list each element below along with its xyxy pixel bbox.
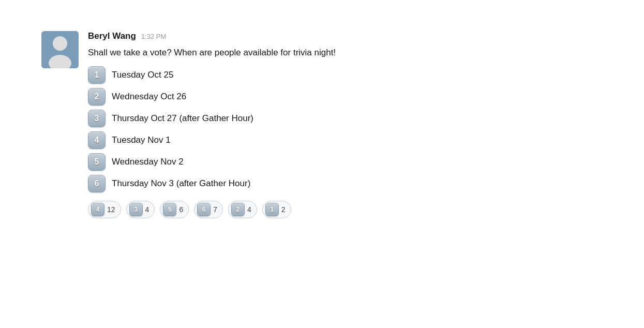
- vote-badge[interactable]: 12: [262, 201, 291, 218]
- poll-option-label: Wednesday Nov 2: [112, 157, 184, 167]
- poll-option[interactable]: 5Wednesday Nov 2: [88, 153, 603, 171]
- vote-count: 2: [281, 205, 286, 214]
- number-emoji-4: 4: [88, 131, 106, 149]
- poll-option-label: Thursday Nov 3 (after Gather Hour): [112, 178, 250, 189]
- vote-count: 4: [247, 205, 251, 214]
- vote-badge-number: 3: [129, 203, 143, 216]
- vote-badge[interactable]: 412: [88, 201, 121, 218]
- poll-option-label: Tuesday Nov 1: [112, 135, 171, 145]
- vote-badge[interactable]: 56: [160, 201, 189, 218]
- poll-option-label: Wednesday Oct 26: [112, 92, 186, 102]
- poll-option[interactable]: 3Thursday Oct 27 (after Gather Hour): [88, 110, 603, 127]
- poll-option[interactable]: 2Wednesday Oct 26: [88, 88, 603, 106]
- vote-count: 6: [179, 205, 183, 214]
- vote-count: 7: [213, 205, 217, 214]
- poll-option[interactable]: 4Tuesday Nov 1: [88, 131, 603, 149]
- timestamp: 1:32 PM: [141, 33, 166, 40]
- vote-badge-number: 2: [231, 203, 245, 216]
- number-emoji-3: 3: [88, 110, 106, 127]
- number-emoji-2: 2: [88, 88, 106, 106]
- avatar: [41, 31, 79, 68]
- vote-counts[interactable]: 4123456672412: [88, 201, 603, 218]
- poll-options: 1Tuesday Oct 252Wednesday Oct 263Thursda…: [88, 66, 603, 192]
- vote-badge-number: 5: [163, 203, 176, 216]
- vote-badge[interactable]: 67: [194, 201, 223, 218]
- vote-count: 12: [107, 205, 115, 214]
- vote-badge[interactable]: 24: [228, 201, 257, 218]
- sender-name: Beryl Wang: [88, 31, 136, 41]
- message-container: Beryl Wang 1:32 PM Shall we take a vote?…: [41, 31, 603, 218]
- poll-option-label: Tuesday Oct 25: [112, 70, 173, 80]
- number-emoji-5: 5: [88, 153, 106, 171]
- message-body: Beryl Wang 1:32 PM Shall we take a vote?…: [88, 31, 603, 218]
- vote-badge[interactable]: 34: [126, 201, 155, 218]
- message-header: Beryl Wang 1:32 PM: [88, 31, 603, 41]
- poll-option[interactable]: 1Tuesday Oct 25: [88, 66, 603, 84]
- message-text: Shall we take a vote? When are people av…: [88, 47, 603, 59]
- number-emoji-6: 6: [88, 175, 106, 192]
- vote-badge-number: 1: [265, 203, 279, 216]
- number-emoji-1: 1: [88, 66, 106, 84]
- poll-option[interactable]: 6Thursday Nov 3 (after Gather Hour): [88, 175, 603, 192]
- vote-count: 4: [145, 205, 149, 214]
- poll-option-label: Thursday Oct 27 (after Gather Hour): [112, 113, 253, 124]
- vote-badge-number: 6: [197, 203, 211, 216]
- vote-badge-number: 4: [91, 203, 104, 216]
